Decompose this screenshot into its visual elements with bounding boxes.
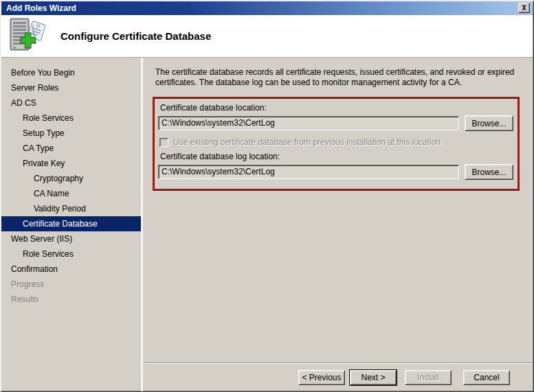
sidebar-item-role-services[interactable]: Role Services (1, 246, 141, 262)
annotation-highlight-box: Certificate database location: C:\Window… (153, 97, 520, 191)
sidebar-item-progress: Progress (1, 277, 141, 292)
sidebar-item-web-server-iis[interactable]: Web Server (IIS) (1, 231, 141, 246)
previous-button[interactable]: < Previous (298, 370, 345, 385)
sidebar-item-ca-type[interactable]: CA Type (1, 141, 141, 156)
sidebar-item-before-you-begin[interactable]: Before You Begin (1, 65, 141, 80)
db-location-input[interactable]: C:\Windows\system32\CertLog (158, 116, 459, 130)
window-title: Add Roles Wizard (6, 3, 76, 13)
sidebar-item-private-key[interactable]: Private Key (1, 156, 141, 171)
add-roles-wizard-window: Add Roles Wizard X (0, 0, 534, 392)
wizard-header: Configure Certificate Database (1, 15, 533, 58)
log-location-browse-button[interactable]: Browse... (465, 164, 513, 180)
db-location-row: C:\Windows\system32\CertLog Browse... (158, 115, 513, 131)
wizard-footer: < PreviousNext >InstallCancel (143, 364, 533, 391)
wizard-body: Before You BeginServer RolesAD CSRole Se… (1, 58, 533, 391)
use-existing-checkbox (159, 138, 168, 147)
page-title: Configure Certificate Database (60, 30, 211, 42)
db-location-label: Certificate database location: (160, 103, 513, 113)
sidebar-item-confirmation[interactable]: Confirmation (1, 262, 141, 277)
cancel-button[interactable]: Cancel (463, 370, 510, 385)
close-icon[interactable]: X (518, 3, 530, 13)
titlebar: Add Roles Wizard X (1, 1, 533, 15)
sidebar-item-cryptography[interactable]: Cryptography (1, 171, 141, 186)
page-content: The certificate database records all cer… (143, 58, 533, 362)
sidebar-item-certificate-database[interactable]: Certificate Database (1, 216, 141, 231)
sidebar-item-server-roles[interactable]: Server Roles (1, 80, 141, 95)
log-location-row: C:\Windows\system32\CertLog Browse... (158, 164, 513, 180)
server-add-tag-icon (8, 17, 51, 56)
sidebar-item-ad-cs[interactable]: AD CS (1, 95, 141, 111)
use-existing-row: Use existing certificate database from p… (159, 137, 513, 147)
sidebar-item-results: Results (1, 292, 141, 307)
db-location-browse-button[interactable]: Browse... (465, 115, 513, 131)
sidebar-item-ca-name[interactable]: CA Name (1, 186, 141, 201)
use-existing-label: Use existing certificate database from p… (173, 137, 441, 147)
sidebar-item-validity-period[interactable]: Validity Period (1, 201, 141, 216)
log-location-label: Certificate database log location: (160, 152, 513, 161)
wizard-steps-sidebar: Before You BeginServer RolesAD CSRole Se… (1, 58, 141, 391)
page-description: The certificate database records all cer… (155, 67, 515, 88)
next-button[interactable]: Next > (350, 370, 397, 385)
log-location-input[interactable]: C:\Windows\system32\CertLog (158, 165, 459, 179)
install-button: Install (405, 370, 452, 385)
content-column: The certificate database records all cer… (143, 58, 533, 391)
sidebar-item-role-services[interactable]: Role Services (1, 111, 141, 126)
sidebar-item-setup-type[interactable]: Setup Type (1, 126, 141, 141)
